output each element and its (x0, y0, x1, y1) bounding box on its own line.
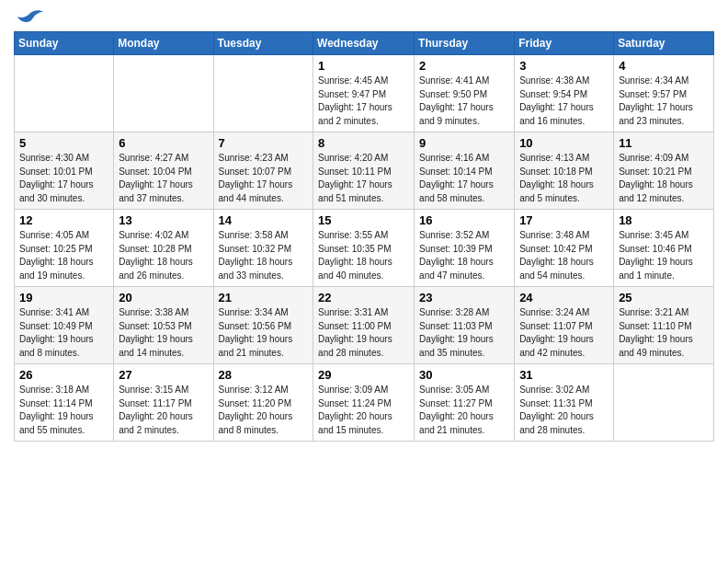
calendar-cell: 29Sunrise: 3:09 AM Sunset: 11:24 PM Dayl… (313, 364, 415, 442)
day-info: Sunrise: 4:23 AM Sunset: 10:07 PM Daylig… (219, 152, 309, 205)
calendar-cell: 18Sunrise: 3:45 AM Sunset: 10:46 PM Dayl… (614, 210, 714, 287)
calendar-cell (114, 55, 213, 132)
day-info: Sunrise: 3:28 AM Sunset: 11:03 PM Daylig… (419, 306, 509, 360)
day-number: 9 (419, 136, 509, 150)
day-number: 23 (419, 291, 509, 304)
day-info: Sunrise: 4:05 AM Sunset: 10:25 PM Daylig… (19, 229, 108, 282)
day-number: 16 (419, 213, 509, 227)
calendar-cell (614, 364, 714, 442)
calendar-cell: 20Sunrise: 3:38 AM Sunset: 10:53 PM Dayl… (114, 287, 213, 364)
day-info: Sunrise: 3:38 AM Sunset: 10:53 PM Daylig… (119, 306, 208, 360)
logo (14, 9, 43, 29)
calendar-cell: 30Sunrise: 3:05 AM Sunset: 11:27 PM Dayl… (415, 364, 515, 442)
day-info: Sunrise: 4:27 AM Sunset: 10:04 PM Daylig… (119, 152, 208, 205)
day-number: 3 (519, 59, 609, 73)
day-number: 30 (419, 368, 509, 382)
day-number: 18 (619, 213, 709, 227)
day-info: Sunrise: 4:02 AM Sunset: 10:28 PM Daylig… (119, 229, 208, 282)
day-number: 22 (318, 291, 409, 304)
weekday-header-thursday: Thursday (415, 32, 515, 55)
calendar-header-row: SundayMondayTuesdayWednesdayThursdayFrid… (15, 32, 714, 55)
day-info: Sunrise: 3:58 AM Sunset: 10:32 PM Daylig… (219, 229, 309, 282)
day-info: Sunrise: 4:38 AM Sunset: 9:54 PM Dayligh… (519, 75, 609, 128)
day-info: Sunrise: 3:15 AM Sunset: 11:17 PM Daylig… (119, 384, 208, 437)
calendar-cell: 21Sunrise: 3:34 AM Sunset: 10:56 PM Dayl… (213, 287, 313, 364)
calendar-cell: 11Sunrise: 4:09 AM Sunset: 10:21 PM Dayl… (614, 132, 714, 210)
day-number: 5 (19, 136, 108, 150)
calendar-cell: 10Sunrise: 4:13 AM Sunset: 10:18 PM Dayl… (515, 132, 614, 210)
day-number: 12 (19, 213, 108, 227)
day-number: 6 (119, 136, 208, 150)
calendar-cell: 22Sunrise: 3:31 AM Sunset: 11:00 PM Dayl… (313, 287, 415, 364)
day-number: 7 (219, 136, 309, 150)
day-number: 24 (519, 291, 609, 304)
day-info: Sunrise: 3:12 AM Sunset: 11:20 PM Daylig… (219, 384, 309, 437)
day-info: Sunrise: 3:31 AM Sunset: 11:00 PM Daylig… (318, 306, 409, 360)
calendar-cell: 4Sunrise: 4:34 AM Sunset: 9:57 PM Daylig… (614, 55, 714, 132)
day-number: 2 (419, 59, 509, 73)
calendar-cell: 5Sunrise: 4:30 AM Sunset: 10:01 PM Dayli… (15, 132, 114, 210)
day-number: 27 (119, 368, 208, 382)
calendar-cell: 16Sunrise: 3:52 AM Sunset: 10:39 PM Dayl… (415, 210, 515, 287)
weekday-header-tuesday: Tuesday (213, 32, 313, 55)
calendar-cell: 23Sunrise: 3:28 AM Sunset: 11:03 PM Dayl… (415, 287, 515, 364)
calendar-cell: 26Sunrise: 3:18 AM Sunset: 11:14 PM Dayl… (15, 364, 114, 442)
day-info: Sunrise: 3:24 AM Sunset: 11:07 PM Daylig… (519, 306, 609, 360)
day-info: Sunrise: 3:45 AM Sunset: 10:46 PM Daylig… (619, 229, 709, 282)
day-number: 15 (318, 213, 409, 227)
day-number: 11 (619, 136, 709, 150)
calendar-cell (15, 55, 114, 132)
day-number: 14 (219, 213, 309, 227)
day-info: Sunrise: 3:02 AM Sunset: 11:31 PM Daylig… (519, 384, 609, 437)
day-number: 17 (519, 213, 609, 227)
calendar-cell: 7Sunrise: 4:23 AM Sunset: 10:07 PM Dayli… (213, 132, 313, 210)
day-number: 25 (619, 291, 709, 304)
day-info: Sunrise: 4:13 AM Sunset: 10:18 PM Daylig… (519, 152, 609, 205)
day-info: Sunrise: 3:55 AM Sunset: 10:35 PM Daylig… (318, 229, 409, 282)
day-number: 29 (318, 368, 409, 382)
calendar-cell: 13Sunrise: 4:02 AM Sunset: 10:28 PM Dayl… (114, 210, 213, 287)
calendar-cell: 9Sunrise: 4:16 AM Sunset: 10:14 PM Dayli… (415, 132, 515, 210)
day-number: 20 (119, 291, 208, 304)
calendar-cell: 25Sunrise: 3:21 AM Sunset: 11:10 PM Dayl… (614, 287, 714, 364)
calendar-cell: 6Sunrise: 4:27 AM Sunset: 10:04 PM Dayli… (114, 132, 213, 210)
calendar-cell: 28Sunrise: 3:12 AM Sunset: 11:20 PM Dayl… (213, 364, 313, 442)
day-number: 4 (619, 59, 709, 73)
calendar-cell: 14Sunrise: 3:58 AM Sunset: 10:32 PM Dayl… (213, 210, 313, 287)
day-number: 1 (318, 59, 409, 73)
day-info: Sunrise: 4:41 AM Sunset: 9:50 PM Dayligh… (419, 75, 509, 128)
day-number: 19 (19, 291, 108, 304)
weekday-header-monday: Monday (114, 32, 213, 55)
day-info: Sunrise: 3:18 AM Sunset: 11:14 PM Daylig… (19, 384, 108, 437)
day-info: Sunrise: 3:21 AM Sunset: 11:10 PM Daylig… (619, 306, 709, 360)
day-number: 31 (519, 368, 609, 382)
day-info: Sunrise: 4:20 AM Sunset: 10:11 PM Daylig… (318, 152, 409, 205)
day-info: Sunrise: 4:16 AM Sunset: 10:14 PM Daylig… (419, 152, 509, 205)
day-info: Sunrise: 4:09 AM Sunset: 10:21 PM Daylig… (619, 152, 709, 205)
calendar-table: SundayMondayTuesdayWednesdayThursdayFrid… (14, 31, 714, 442)
calendar-cell (213, 55, 313, 132)
calendar-cell: 12Sunrise: 4:05 AM Sunset: 10:25 PM Dayl… (15, 210, 114, 287)
calendar-cell: 3Sunrise: 4:38 AM Sunset: 9:54 PM Daylig… (515, 55, 614, 132)
day-info: Sunrise: 3:41 AM Sunset: 10:49 PM Daylig… (19, 306, 108, 360)
calendar-cell: 31Sunrise: 3:02 AM Sunset: 11:31 PM Dayl… (515, 364, 614, 442)
day-number: 8 (318, 136, 409, 150)
day-number: 26 (19, 368, 108, 382)
calendar-header (14, 9, 714, 29)
calendar-cell: 2Sunrise: 4:41 AM Sunset: 9:50 PM Daylig… (415, 55, 515, 132)
day-info: Sunrise: 3:05 AM Sunset: 11:27 PM Daylig… (419, 384, 509, 437)
weekday-header-saturday: Saturday (614, 32, 714, 55)
calendar-cell: 15Sunrise: 3:55 AM Sunset: 10:35 PM Dayl… (313, 210, 415, 287)
calendar-cell: 19Sunrise: 3:41 AM Sunset: 10:49 PM Dayl… (15, 287, 114, 364)
weekday-header-sunday: Sunday (15, 32, 114, 55)
day-info: Sunrise: 3:09 AM Sunset: 11:24 PM Daylig… (318, 384, 409, 437)
day-info: Sunrise: 4:30 AM Sunset: 10:01 PM Daylig… (19, 152, 108, 205)
weekday-header-wednesday: Wednesday (313, 32, 415, 55)
day-info: Sunrise: 4:34 AM Sunset: 9:57 PM Dayligh… (619, 75, 709, 128)
day-info: Sunrise: 3:52 AM Sunset: 10:39 PM Daylig… (419, 229, 509, 282)
day-number: 13 (119, 213, 208, 227)
day-number: 10 (519, 136, 609, 150)
calendar-cell: 17Sunrise: 3:48 AM Sunset: 10:42 PM Dayl… (515, 210, 614, 287)
day-number: 28 (219, 368, 309, 382)
calendar-cell: 1Sunrise: 4:45 AM Sunset: 9:47 PM Daylig… (313, 55, 415, 132)
